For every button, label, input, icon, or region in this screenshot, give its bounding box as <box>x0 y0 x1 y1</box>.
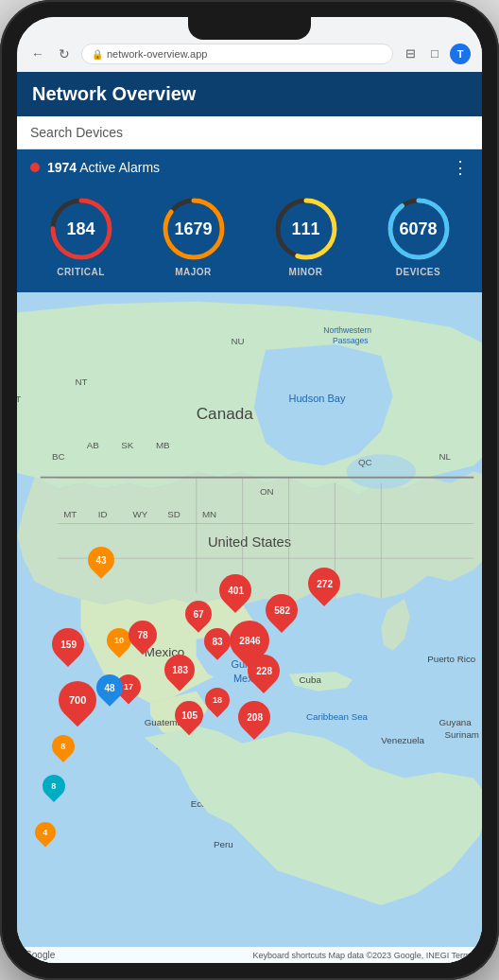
major-label: MAJOR <box>175 267 212 277</box>
minor-value: 111 <box>291 219 319 239</box>
back-button[interactable]: ← <box>28 44 47 63</box>
tabs-icon[interactable]: ⊟ <box>401 44 420 62</box>
marker-159[interactable]: 159 <box>52 628 84 660</box>
search-placeholder: Search Devices <box>30 125 123 140</box>
url-bar[interactable]: 🔒 network-overview.app <box>81 44 393 64</box>
stat-devices[interactable]: 6078 DEVICES <box>385 195 453 277</box>
marker-272[interactable]: 272 <box>308 568 340 600</box>
major-circle: 1679 <box>160 195 228 263</box>
critical-value: 184 <box>66 219 95 239</box>
app-header: Network Overview <box>17 72 482 116</box>
major-value: 1679 <box>174 219 212 239</box>
marker-83[interactable]: 83 <box>204 628 231 655</box>
marker-700[interactable]: 700 <box>59 681 96 719</box>
marker-78[interactable]: 78 <box>129 621 157 649</box>
critical-circle: 184 <box>47 195 115 263</box>
marker-183[interactable]: 183 <box>164 655 195 685</box>
search-bar[interactable]: Search Devices <box>17 116 482 149</box>
stat-critical[interactable]: 184 CRITICAL <box>47 195 115 277</box>
more-options-button[interactable]: ⋮ <box>452 157 469 178</box>
marker-4[interactable]: 4 <box>35 822 56 843</box>
alarms-title: 1974 Active Alarms <box>47 160 160 175</box>
app-title: Network Overview <box>32 83 467 105</box>
stat-minor[interactable]: 111 MINOR <box>272 195 340 277</box>
url-text: network-overview.app <box>107 48 207 60</box>
marker-401[interactable]: 401 <box>219 574 251 606</box>
devices-circle: 6078 <box>385 195 453 263</box>
critical-label: CRITICAL <box>57 267 105 277</box>
marker-8-teal[interactable]: 8 <box>43 775 65 797</box>
browser-actions: ⊟ □ T <box>401 44 471 64</box>
marker-48[interactable]: 48 <box>96 674 123 701</box>
devices-label: DEVICES <box>396 267 440 277</box>
markers-layer: 43 159 700 10 <box>17 292 482 963</box>
alarm-dot <box>30 163 40 172</box>
devices-value: 6078 <box>399 219 437 239</box>
phone-screen: ← ↻ 🔒 network-overview.app ⊟ □ T Network… <box>17 17 482 963</box>
stats-row: 184 CRITICAL 1679 MAJOR <box>17 185 482 292</box>
refresh-button[interactable]: ↻ <box>55 44 74 63</box>
marker-8-orange[interactable]: 8 <box>52 735 75 758</box>
avatar[interactable]: T <box>450 44 471 64</box>
marker-18[interactable]: 18 <box>205 688 230 712</box>
window-icon[interactable]: □ <box>425 44 444 62</box>
map-container[interactable]: Canada Hudson Bay United States Mexico G… <box>17 292 482 963</box>
google-logo: Google <box>25 950 55 960</box>
marker-208[interactable]: 208 <box>238 701 270 733</box>
marker-67[interactable]: 67 <box>185 601 212 627</box>
lock-icon: 🔒 <box>92 49 103 60</box>
map-attribution: Keyboard shortcuts Map data ©2023 Google… <box>252 951 474 960</box>
marker-582[interactable]: 582 <box>266 594 298 626</box>
map-footer: Google Keyboard shortcuts Map data ©2023… <box>17 947 482 963</box>
minor-label: MINOR <box>289 267 323 277</box>
marker-228[interactable]: 228 <box>248 655 280 687</box>
stat-major[interactable]: 1679 MAJOR <box>160 195 228 277</box>
phone-frame: ← ↻ 🔒 network-overview.app ⊟ □ T Network… <box>0 0 499 980</box>
phone-notch <box>188 17 311 40</box>
minor-circle: 111 <box>272 195 340 263</box>
alarms-section: 1974 Active Alarms ⋮ 184 CRITICAL <box>17 149 482 292</box>
marker-43[interactable]: 43 <box>88 547 114 573</box>
alarms-header-left: 1974 Active Alarms <box>30 160 160 175</box>
alarms-header: 1974 Active Alarms ⋮ <box>17 149 482 185</box>
marker-105[interactable]: 105 <box>175 701 203 729</box>
